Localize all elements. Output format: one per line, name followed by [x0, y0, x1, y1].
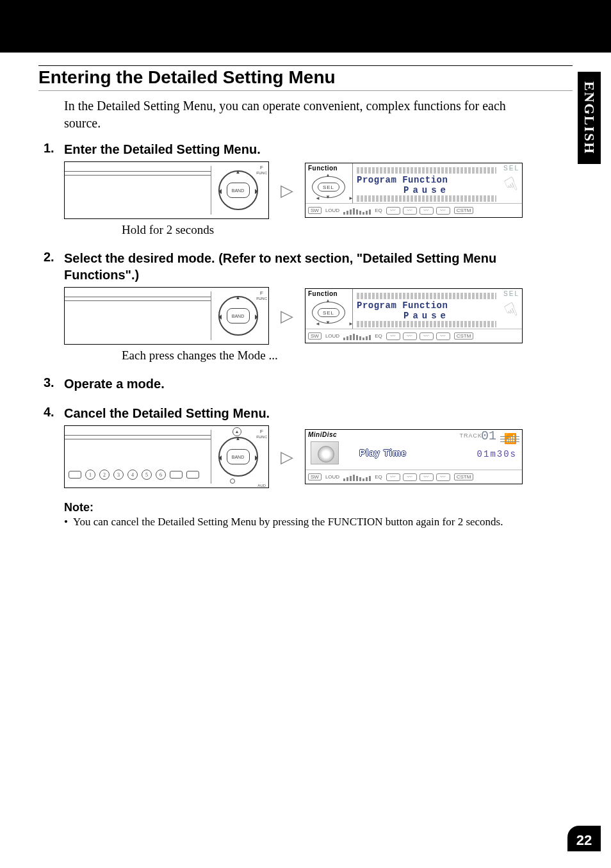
elapsed-time: 01m30s [477, 449, 517, 459]
dial-area: ▲ BAND [211, 291, 265, 340]
page-number: 22 [567, 826, 601, 851]
display-status-bar: SW LOUD EQ 〰〰〰〰 CSTM [306, 203, 522, 217]
note-text: You can cancel the Detailed Setting Menu… [73, 516, 503, 528]
loud-label: LOUD [325, 474, 339, 480]
eq-label: EQ [375, 474, 382, 480]
display-line2: Pause [357, 311, 496, 321]
language-tab: ENGLISH [578, 72, 601, 164]
display-line2: Pause [357, 185, 496, 195]
level-bars-icon [343, 207, 371, 215]
pointing-finger-icon: ☟ [501, 172, 521, 197]
step-number: 1. [38, 141, 64, 156]
arrow-icon: ▷ [281, 447, 293, 467]
page-heading: Entering the Detailed Setting Menu [38, 65, 573, 91]
display-mode-label: MiniDisc [308, 431, 337, 438]
preset-3: 3 [113, 470, 124, 480]
figure-row-2: F FUNC ▲ BAND ▷ Function SEL ▲ ▼ SEL ☟ [38, 287, 573, 345]
header-black-bar [0, 0, 611, 53]
level-bars-icon [343, 332, 371, 340]
arrow-icon: ▷ [281, 306, 293, 326]
sel-pill: SEL [318, 308, 339, 317]
note-block: Note: • You can cancel the Detailed Sett… [38, 501, 573, 528]
dial-ring: ▲ BAND [218, 296, 258, 336]
step-text: Cancel the Detailed Setting Menu. [64, 405, 270, 422]
note-item: • You can cancel the Detailed Setting Me… [64, 516, 573, 528]
step-number: 3. [38, 375, 64, 390]
preset-5: 5 [142, 470, 152, 480]
dial-ring: ▲ BAND [218, 170, 258, 210]
caret-down-icon: ▼ [325, 194, 330, 200]
playtime-label: Play Time [359, 448, 407, 458]
track-label: TRACK [459, 432, 482, 439]
figure-row-3: F FUNC ▲ AUD ▲ BAND 1 2 3 4 5 6 [38, 425, 573, 488]
device-panel-full: F FUNC ▲ AUD ▲ BAND 1 2 3 4 5 6 [64, 425, 269, 488]
aud-label: AUD [257, 484, 266, 487]
track-number: 01 [481, 429, 496, 443]
dial-center-button: BAND [227, 449, 250, 464]
preset-4: 4 [127, 470, 138, 480]
sel-indicator: SEL [503, 165, 519, 172]
device-panel: F FUNC ▲ BAND [64, 287, 269, 345]
lcd-display-function: Function SEL ▲ ▼ SEL ☟ Program Function … [305, 163, 523, 218]
step-2: 2. Select the desired mode. (Refer to ne… [38, 250, 573, 283]
note-heading: Note: [64, 501, 573, 514]
step-number: 4. [38, 405, 64, 420]
chevron-up-icon: ▲ [236, 169, 241, 175]
chevron-up-icon: ▲ [236, 436, 241, 441]
ta-button-icon [170, 471, 183, 479]
display-mode-label: Function [308, 290, 338, 297]
sw-chip: SW [308, 473, 322, 480]
level-bars-icon [343, 473, 371, 481]
lcd-display-minidisc: MiniDisc TRACK 01 📶 Play Time 01m30s SW … [305, 429, 523, 484]
cstm-chip: CSTM [454, 473, 474, 480]
eq-preset-icons: 〰〰〰〰 [386, 473, 450, 481]
step-text: Enter the Detailed Setting Menu. [64, 141, 261, 158]
sw-chip: SW [308, 207, 322, 214]
dial-center-button: BAND [227, 308, 250, 323]
step-1: 1. Enter the Detailed Setting Menu. [38, 141, 573, 158]
page-content: Entering the Detailed Setting Menu In th… [0, 53, 611, 528]
caption-2: Each press changes the Mode ... [38, 348, 573, 363]
arrow-icon: ▷ [281, 181, 293, 201]
step-text: Operate a mode. [64, 375, 165, 392]
figure-row-1: F FUNC ▲ BAND ▷ Function SEL ▲ ▼ SEL ☟ [38, 161, 573, 219]
caret-up-icon: ▲ [325, 172, 330, 178]
pointing-finger-icon: ☟ [501, 298, 521, 323]
cstm-chip: CSTM [454, 332, 474, 340]
minidisc-icon [311, 441, 339, 464]
eq-preset-icons: 〰〰〰〰 [386, 207, 450, 215]
dial-area: ▲ BAND [211, 430, 265, 484]
device-panel: F FUNC ▲ BAND [64, 161, 269, 219]
sel-pill: SEL [318, 183, 339, 192]
caption-1: Hold for 2 seconds [38, 223, 573, 237]
loud-label: LOUD [325, 333, 339, 339]
display-mode-label: Function [308, 165, 338, 172]
display-line1: Program Function [357, 175, 496, 185]
preset-buttons: 1 2 3 4 5 6 [69, 464, 211, 485]
cstm-chip: CSTM [454, 207, 474, 214]
lcd-display-function: Function SEL ▲ ▼ SEL ☟ Program Function … [305, 288, 523, 343]
step-4: 4. Cancel the Detailed Setting Menu. [38, 405, 573, 422]
eq-label: EQ [375, 333, 382, 339]
dial-center-button: BAND [227, 183, 250, 198]
pty-button-icon [186, 471, 199, 479]
bullet-icon: • [64, 516, 68, 528]
preset-1: 1 [85, 470, 95, 480]
dial-ring: ▲ BAND [218, 437, 258, 477]
display-status-bar: SW LOUD EQ 〰〰〰〰 CSTM [306, 470, 522, 484]
dial-area: ▲ BAND [211, 166, 265, 215]
preset-6: 6 [156, 470, 166, 480]
step-text: Select the desired mode. (Refer to next … [64, 250, 538, 283]
sel-indicator: SEL [503, 290, 519, 297]
eq-label: EQ [375, 208, 382, 213]
src-button-icon [69, 471, 81, 479]
eq-preset-icons: 〰〰〰〰 [386, 332, 450, 340]
display-line1: Program Function [357, 300, 496, 311]
step-number: 2. [38, 250, 64, 265]
caret-down-icon: ▼ [325, 320, 330, 325]
loud-label: LOUD [325, 208, 339, 213]
step-3: 3. Operate a mode. [38, 375, 573, 392]
intro-text: In the Detailed Setting Menu, you can op… [38, 97, 525, 132]
sw-chip: SW [308, 332, 322, 340]
caret-up-icon: ▲ [325, 298, 330, 304]
